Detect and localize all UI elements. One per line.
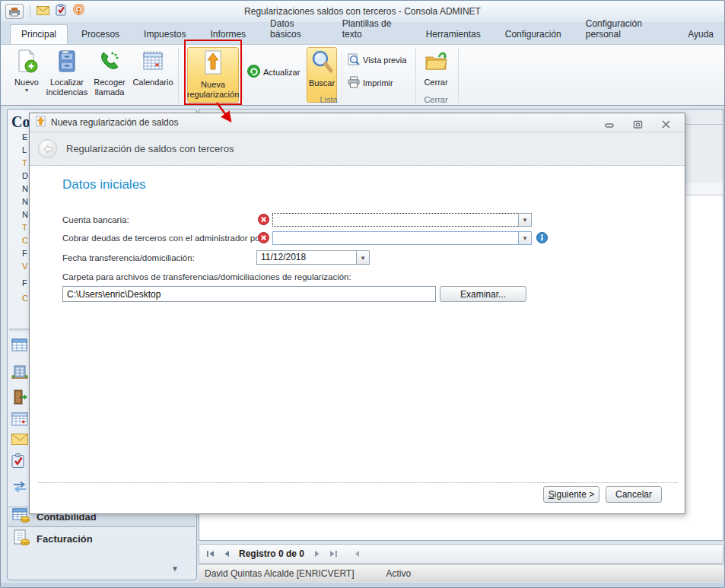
sidebar-item[interactable]: V	[22, 262, 27, 271]
page-up-arrow-icon	[202, 49, 224, 78]
cuenta-bancaria-combobox[interactable]: ▾	[272, 213, 532, 227]
record-counter: Registro 0 de 0	[239, 548, 304, 559]
dialog-title: Nueva regularización de saldos	[51, 117, 178, 128]
group-separator	[342, 51, 342, 100]
examinar-button[interactable]: Examinar...	[440, 286, 526, 302]
nuevo-button[interactable]: Nuevo ▾	[10, 47, 43, 103]
search-icon	[310, 49, 333, 77]
recoger-llamada-button[interactable]: Recoger llamada	[90, 47, 129, 103]
sidebar-heading: Co	[11, 113, 30, 131]
cobrar-deudas-row: Cobrar deudas de terceros con el adminis…	[62, 231, 266, 245]
ribbon-group-cerrar-label: Cerrar	[418, 95, 454, 104]
carpeta-label: Carpeta para archivos de transferencias/…	[62, 272, 351, 281]
error-icon	[258, 214, 269, 225]
close-button[interactable]	[661, 118, 671, 132]
status-user: David Quintas Alcalde [ENRICVERT]	[205, 568, 355, 579]
imprimir-button[interactable]: Imprimir	[348, 76, 393, 90]
tab-impuestos[interactable]: Impuestos	[133, 25, 196, 44]
sidebar-item[interactable]: L	[22, 145, 27, 154]
dropdown-arrow-icon[interactable]: ▾	[356, 250, 370, 265]
last-record-button[interactable]	[327, 547, 339, 561]
siguiente-button[interactable]: Siguiente >	[543, 486, 599, 503]
dialog-icon	[36, 115, 46, 130]
fecha-value: 11/12/2018	[261, 252, 306, 262]
table-icon[interactable]	[11, 338, 28, 355]
calendar-icon	[141, 49, 165, 76]
scroll-left-button[interactable]	[351, 547, 363, 561]
sidebar-item[interactable]: T	[22, 223, 27, 232]
fecha-row: Fecha transferencia/domiciliación:	[62, 250, 195, 265]
vista-previa-button[interactable]: Vista previa	[348, 53, 406, 67]
calendario-button[interactable]: Calendario	[131, 47, 175, 103]
section-title: Datos iniciales	[62, 177, 146, 192]
first-record-button[interactable]	[204, 547, 216, 561]
cobrar-deudas-combobox[interactable]: ▾	[272, 231, 532, 245]
tab-ayuda[interactable]: Ayuda	[677, 25, 724, 44]
localizar-incidencias-button[interactable]: Localizar incidencias	[46, 47, 88, 103]
tab-herramientas[interactable]: Herramientas	[415, 25, 491, 44]
back-button[interactable]	[38, 139, 57, 158]
dropdown-arrow-icon[interactable]: ▾	[518, 213, 532, 227]
dropdown-arrow-icon: ▾	[25, 87, 28, 94]
sidebar-item-facturacion[interactable]: Facturación	[8, 529, 196, 549]
group-separator	[243, 51, 243, 100]
calendar-icon[interactable]	[11, 411, 28, 429]
status-state: Activo	[386, 568, 412, 579]
minimize-button[interactable]	[605, 118, 615, 132]
cobrar-deudas-label: Cobrar deudas de terceros con el adminis…	[62, 234, 266, 243]
tab-procesos[interactable]: Procesos	[71, 25, 130, 44]
tab-informes[interactable]: Informes	[199, 25, 256, 44]
accounting-icon	[12, 507, 30, 526]
file-cabinet-icon	[56, 49, 78, 76]
exit-door-icon[interactable]	[11, 389, 28, 408]
info-icon[interactable]	[536, 232, 548, 243]
sidebar-item[interactable]: N	[22, 197, 28, 206]
sidebar-item[interactable]: F	[22, 278, 27, 288]
sidebar-collapse-arrow[interactable]: ▼	[171, 564, 179, 573]
sidebar-item[interactable]: D	[22, 171, 28, 180]
clipboard-check-icon[interactable]	[11, 453, 25, 472]
printer-icon	[348, 76, 360, 90]
error-icon	[258, 232, 269, 243]
dialog-header: Regularización de saldos con terceros	[30, 132, 685, 166]
mail-icon[interactable]	[11, 434, 28, 448]
tab-configuracion-personal[interactable]: Configuración personal	[575, 14, 674, 44]
record-navigator: Registro 0 de 0	[199, 544, 723, 564]
close-folder-icon	[424, 49, 448, 76]
dialog-title-bar[interactable]: Nueva regularización de saldos	[30, 113, 685, 132]
phone-icon	[98, 49, 121, 76]
ribbon: Nuevo ▾ Localizar incidencias Recoger ll…	[1, 44, 724, 106]
application-window: Regularizaciones saldos con terceros - C…	[0, 0, 725, 588]
sidebar-item[interactable]: N	[22, 210, 28, 219]
cancelar-button[interactable]: Cancelar	[606, 486, 662, 503]
group-separator	[415, 48, 416, 103]
building-icon[interactable]	[11, 364, 28, 383]
fecha-combobox[interactable]: 11/12/2018 ▾	[256, 250, 370, 265]
nueva-regularizacion-button[interactable]: Nueva regularización	[187, 47, 239, 103]
invoice-icon	[12, 529, 30, 548]
maximize-button[interactable]	[633, 118, 643, 132]
previous-record-button[interactable]	[220, 547, 232, 561]
group-separator	[178, 48, 179, 103]
sidebar-item[interactable]: T	[22, 158, 27, 167]
dialog-header-title: Regularización de saldos con terceros	[66, 143, 234, 154]
status-bar: David Quintas Alcalde [ENRICVERT] Activo	[199, 564, 723, 582]
tab-datos-basicos[interactable]: Datos básicos	[259, 14, 329, 44]
sidebar-item[interactable]: F	[22, 249, 27, 258]
carpeta-input[interactable]: C:\Users\enric\Desktop	[62, 286, 436, 302]
tab-configuracion[interactable]: Configuración	[494, 25, 572, 44]
next-record-button[interactable]	[311, 547, 323, 561]
actualizar-button[interactable]: Actualizar	[247, 65, 300, 79]
refresh-icon	[247, 65, 260, 79]
fecha-label: Fecha transferencia/domiciliación:	[62, 253, 195, 262]
new-document-icon	[14, 49, 39, 76]
dropdown-arrow-icon[interactable]: ▾	[518, 231, 532, 245]
tab-plantillas[interactable]: Plantillas de texto	[332, 14, 412, 44]
transfer-arrows-icon[interactable]	[11, 481, 28, 496]
sidebar-item[interactable]: C	[22, 236, 28, 245]
print-preview-icon	[348, 53, 360, 67]
tab-principal[interactable]: Principal	[10, 24, 68, 44]
sidebar-item[interactable]: E	[22, 132, 27, 141]
sidebar-item[interactable]: C	[22, 294, 28, 303]
sidebar-item[interactable]: N	[22, 184, 28, 193]
